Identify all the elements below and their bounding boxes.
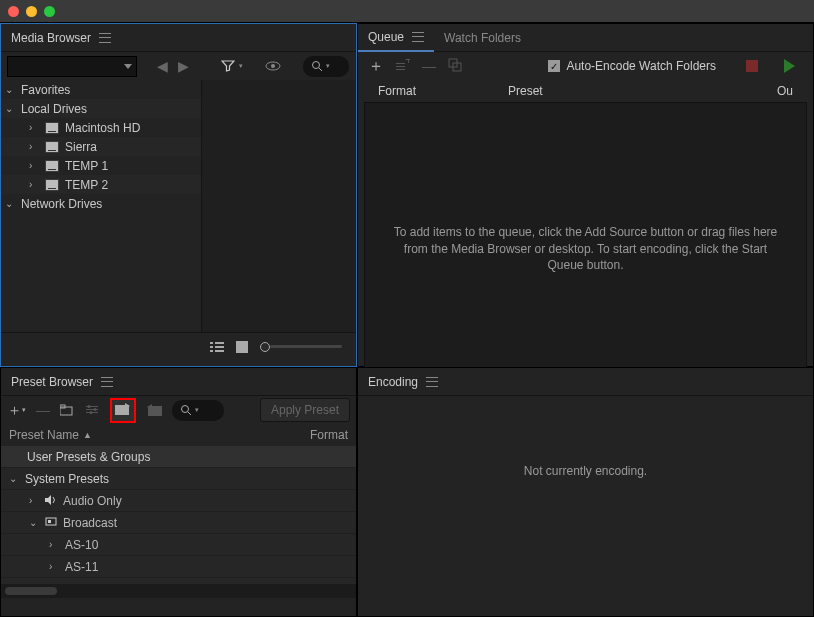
chevron-right-icon[interactable]: › <box>29 122 39 133</box>
column-preset[interactable]: Preset <box>508 84 763 98</box>
svg-line-28 <box>188 412 191 415</box>
tab-label: Encoding <box>368 375 418 389</box>
svg-point-23 <box>94 408 97 411</box>
queue-drop-area[interactable]: To add items to the queue, click the Add… <box>364 102 807 396</box>
encoding-panel: Encoding Not currently encoding. <box>357 367 814 617</box>
sort-ascending-icon: ▲ <box>83 430 92 440</box>
tree-favorites[interactable]: Favorites <box>21 83 70 97</box>
svg-rect-9 <box>215 350 224 352</box>
chevron-down-icon[interactable]: ⌄ <box>5 84 15 95</box>
svg-rect-10 <box>236 341 248 353</box>
drive-item[interactable]: TEMP 1 <box>65 159 108 173</box>
tab-label: Preset Browser <box>11 375 93 389</box>
forward-button[interactable]: ▶ <box>176 56 191 76</box>
drive-icon <box>45 122 59 134</box>
new-group-button[interactable] <box>60 404 76 416</box>
media-preview-area <box>201 80 356 332</box>
panel-menu-icon[interactable] <box>426 377 438 387</box>
chevron-down-icon[interactable]: ⌄ <box>5 103 15 114</box>
preset-browser-panel: Preset Browser ＋▾ — ▾ Apply Preset Prese… <box>0 367 357 617</box>
svg-point-1 <box>271 64 275 68</box>
export-preset-button[interactable] <box>146 404 162 416</box>
tab-preset-browser[interactable]: Preset Browser <box>1 369 123 395</box>
delete-preset-button[interactable]: — <box>36 402 50 418</box>
drive-item[interactable]: Sierra <box>65 140 97 154</box>
tab-watch-folders[interactable]: Watch Folders <box>434 25 531 51</box>
start-queue-button[interactable] <box>784 59 795 73</box>
chevron-down-icon[interactable]: ⌄ <box>5 198 15 209</box>
preset-list[interactable]: User Presets & Groups ⌄System Presets ›A… <box>1 446 356 584</box>
column-format[interactable]: Format <box>310 428 348 442</box>
window-minimize-dot[interactable] <box>26 6 37 17</box>
preset-item[interactable]: ›AS-10 <box>1 534 356 556</box>
column-format[interactable]: Format <box>378 84 508 98</box>
auto-encode-checkbox[interactable]: ✓ <box>548 60 560 72</box>
chevron-right-icon[interactable]: › <box>29 179 39 190</box>
window-maximize-dot[interactable] <box>44 6 55 17</box>
tab-queue[interactable]: Queue <box>358 24 434 52</box>
panel-menu-icon[interactable] <box>99 33 111 43</box>
chevron-right-icon[interactable]: › <box>29 160 39 171</box>
svg-rect-11 <box>396 63 405 64</box>
horizontal-scrollbar[interactable] <box>1 584 356 598</box>
tree-local-drives[interactable]: Local Drives <box>21 102 87 116</box>
encoding-status: Not currently encoding. <box>524 464 647 478</box>
column-preset-name[interactable]: Preset Name▲ <box>9 428 310 442</box>
import-preset-button[interactable] <box>110 398 136 423</box>
svg-rect-12 <box>396 66 405 67</box>
duplicate-button[interactable] <box>448 58 462 75</box>
svg-point-2 <box>313 62 320 69</box>
path-combo[interactable] <box>7 56 137 77</box>
tab-label: Watch Folders <box>444 31 521 45</box>
zoom-slider-track[interactable] <box>270 345 342 348</box>
apply-preset-button[interactable]: Apply Preset <box>260 398 350 422</box>
add-source-button[interactable]: ＋ <box>368 56 384 77</box>
filter-icon[interactable] <box>221 59 235 73</box>
preset-category[interactable]: ›Audio Only <box>1 490 356 512</box>
drive-item[interactable]: TEMP 2 <box>65 178 108 192</box>
drive-item[interactable]: Macintosh HD <box>65 121 140 135</box>
window-close-dot[interactable] <box>8 6 19 17</box>
preset-search-input[interactable]: ▾ <box>172 400 224 421</box>
tree-network-drives[interactable]: Network Drives <box>21 197 102 211</box>
svg-rect-6 <box>210 346 213 348</box>
drive-icon <box>45 160 59 172</box>
panel-menu-icon[interactable] <box>101 377 113 387</box>
media-browser-panel: Media Browser ◀ ▶ ▾ ▾ ⌄Favorites ⌄Local … <box>0 23 357 367</box>
search-input[interactable]: ▾ <box>303 56 349 77</box>
thumbnail-view-icon[interactable] <box>236 341 248 353</box>
tab-encoding[interactable]: Encoding <box>358 369 448 395</box>
chevron-right-icon[interactable]: › <box>29 141 39 152</box>
preset-category[interactable]: ⌄Broadcast <box>1 512 356 534</box>
user-presets-group[interactable]: User Presets & Groups <box>1 446 356 468</box>
zoom-slider-handle[interactable] <box>260 342 270 352</box>
audio-icon <box>45 494 57 508</box>
panel-menu-icon[interactable] <box>412 32 424 42</box>
media-tree[interactable]: ⌄Favorites ⌄Local Drives ›Macintosh HD ›… <box>1 80 201 332</box>
remove-button[interactable]: — <box>422 58 436 74</box>
tab-media-browser[interactable]: Media Browser <box>1 25 121 51</box>
column-output[interactable]: Ou <box>763 84 793 98</box>
search-icon <box>311 60 323 72</box>
back-button[interactable]: ◀ <box>155 56 170 76</box>
broadcast-icon <box>45 516 57 530</box>
tab-label: Media Browser <box>11 31 91 45</box>
tab-label: Queue <box>368 30 404 44</box>
preset-item[interactable]: ›AS-11 <box>1 556 356 578</box>
preset-settings-button[interactable] <box>86 404 100 416</box>
media-browser-toolbar: ◀ ▶ ▾ ▾ <box>1 52 356 80</box>
svg-point-22 <box>88 405 91 408</box>
svg-rect-5 <box>215 342 224 344</box>
new-preset-button[interactable]: ＋▾ <box>7 401 26 420</box>
ingest-icon[interactable] <box>265 60 281 72</box>
queue-panel: Queue Watch Folders ＋ + — ✓ Auto-Encode … <box>357 23 814 367</box>
stop-queue-button[interactable] <box>746 60 758 72</box>
search-icon <box>180 404 192 416</box>
drive-icon <box>45 179 59 191</box>
add-output-button[interactable]: + <box>396 59 410 74</box>
svg-rect-8 <box>210 350 213 352</box>
svg-line-3 <box>319 68 322 71</box>
list-view-icon[interactable] <box>210 341 224 353</box>
auto-encode-label: Auto-Encode Watch Folders <box>566 59 716 73</box>
system-presets-group[interactable]: ⌄System Presets <box>1 468 356 490</box>
